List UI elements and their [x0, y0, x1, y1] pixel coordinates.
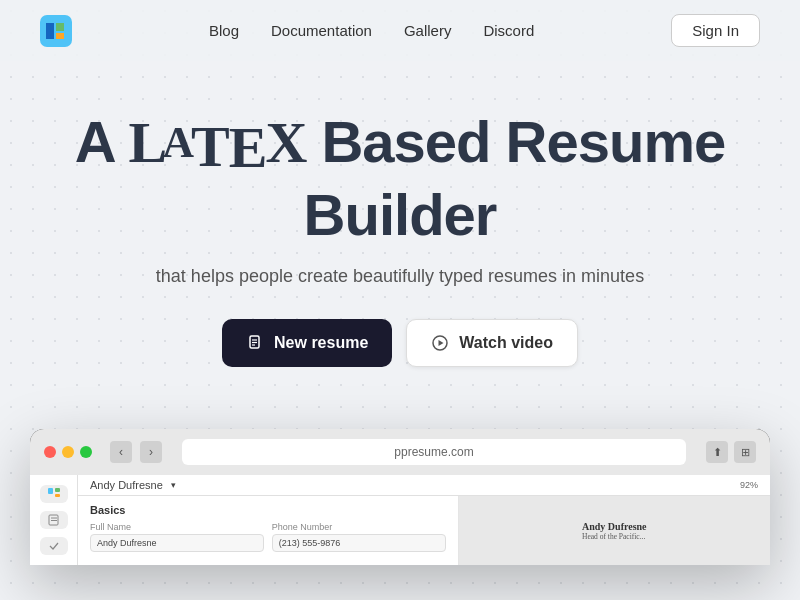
full-name-label: Full Name — [90, 522, 264, 532]
logo-icon — [40, 15, 72, 47]
hero-buttons: New resume Watch video — [40, 319, 760, 367]
latex-logo: LATEX — [129, 110, 307, 175]
app-user-name: Andy Dufresne — [90, 479, 163, 491]
app-preview: ‹ › ppresume.com ⬆ ⊞ And — [30, 429, 770, 565]
nav-discord[interactable]: Discord — [483, 22, 534, 39]
app-topbar: Andy Dufresne ▾ 92% — [78, 475, 770, 496]
app-panels: Basics Full Name Andy Dufresne Phone Num… — [78, 496, 770, 565]
basics-header: Basics — [90, 504, 446, 516]
full-name-input[interactable]: Andy Dufresne — [90, 534, 264, 552]
phone-input[interactable]: (213) 555-9876 — [272, 534, 446, 552]
main-nav: Blog Documentation Gallery Discord — [209, 22, 534, 39]
app-icon-sidebar — [30, 475, 78, 565]
zoom-indicator: 92% — [740, 480, 758, 490]
user-dropdown-icon[interactable]: ▾ — [171, 480, 176, 490]
nav-blog[interactable]: Blog — [209, 22, 239, 39]
field-row-1: Full Name Andy Dufresne Phone Number (21… — [90, 522, 446, 552]
tab-button[interactable]: ⊞ — [734, 441, 756, 463]
url-display: ppresume.com — [394, 445, 473, 459]
address-bar[interactable]: ppresume.com — [182, 439, 686, 465]
svg-rect-8 — [55, 488, 60, 492]
app-body: Andy Dufresne ▾ 92% Basics Full Name And… — [30, 475, 770, 565]
new-resume-button[interactable]: New resume — [222, 319, 392, 367]
back-button[interactable]: ‹ — [110, 441, 132, 463]
resume-preview: Andy Dufresne Head of the Pacific... — [574, 513, 655, 549]
traffic-light-green[interactable] — [80, 446, 92, 458]
edit-panel: Basics Full Name Andy Dufresne Phone Num… — [78, 496, 459, 565]
sidebar-logo — [40, 485, 68, 503]
share-button[interactable]: ⬆ — [706, 441, 728, 463]
browser-chrome: ‹ › ppresume.com ⬆ ⊞ — [30, 429, 770, 475]
sidebar-nav-2[interactable] — [40, 537, 68, 555]
watch-video-button[interactable]: Watch video — [406, 319, 578, 367]
nav-documentation[interactable]: Documentation — [271, 22, 372, 39]
phone-label: Phone Number — [272, 522, 446, 532]
hero-section: A LATEX Based ResumeBuilder that helps p… — [0, 61, 800, 429]
browser-actions: ⬆ ⊞ — [706, 441, 756, 463]
play-icon — [431, 334, 449, 352]
svg-rect-7 — [48, 488, 53, 494]
nav-gallery[interactable]: Gallery — [404, 22, 452, 39]
full-name-field: Full Name Andy Dufresne — [90, 522, 264, 552]
header: Blog Documentation Gallery Discord Sign … — [0, 0, 800, 61]
phone-field: Phone Number (213) 555-9876 — [272, 522, 446, 552]
title-prefix: A — [75, 109, 129, 174]
hero-title: A LATEX Based ResumeBuilder — [40, 109, 760, 248]
traffic-lights — [44, 446, 92, 458]
title-suffix: Based ResumeBuilder — [304, 109, 726, 247]
svg-rect-9 — [55, 494, 60, 497]
browser-nav-buttons: ‹ › — [110, 441, 162, 463]
svg-marker-6 — [439, 340, 444, 346]
logo[interactable] — [40, 15, 72, 47]
app-main: Andy Dufresne ▾ 92% Basics Full Name And… — [78, 475, 770, 565]
new-resume-label: New resume — [274, 334, 368, 352]
watch-video-label: Watch video — [459, 334, 553, 352]
sidebar-nav-1[interactable] — [40, 511, 68, 529]
forward-button[interactable]: › — [140, 441, 162, 463]
hero-subtitle: that helps people create beautifully typ… — [40, 266, 760, 287]
sign-in-button[interactable]: Sign In — [671, 14, 760, 47]
preview-panel: Andy Dufresne Head of the Pacific... — [459, 496, 770, 565]
document-icon — [246, 334, 264, 352]
traffic-light-red[interactable] — [44, 446, 56, 458]
traffic-light-yellow[interactable] — [62, 446, 74, 458]
